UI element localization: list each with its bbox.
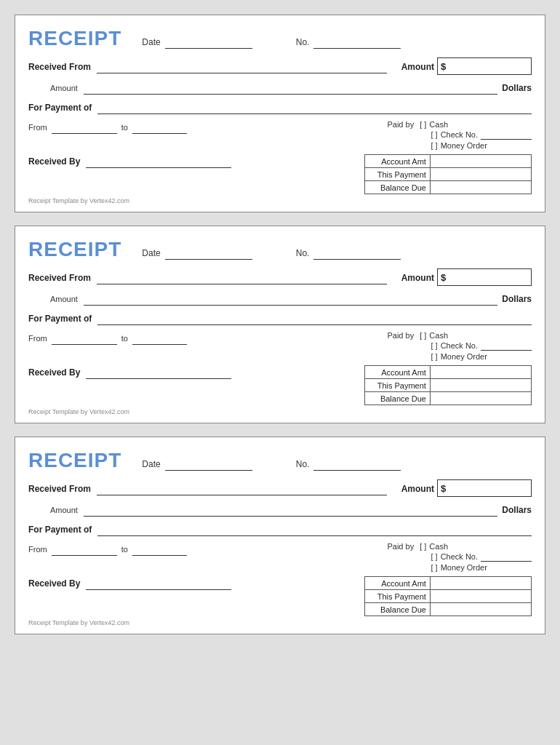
receipt-1: RECEIPT Date No. Received From Amount $ … bbox=[15, 15, 545, 212]
account-table-2: Account Amt This Payment Balance Due bbox=[364, 365, 532, 405]
balance-due-value-2 bbox=[430, 392, 531, 405]
header-row-1: RECEIPT Date No. bbox=[28, 27, 532, 50]
paid-by-label-1: Paid by bbox=[387, 120, 414, 129]
balance-due-label-1: Balance Due bbox=[365, 181, 431, 194]
received-by-section-2: Received By bbox=[28, 365, 364, 379]
this-payment-row-1: This Payment bbox=[365, 168, 532, 181]
footer-2: Receipt Template by Vertex42.com bbox=[28, 408, 532, 415]
date-label-2: Date bbox=[142, 248, 160, 258]
received-by-section-3: Received By bbox=[28, 576, 364, 590]
from-line-3 bbox=[52, 542, 117, 556]
to-label-1: to bbox=[121, 123, 128, 132]
received-from-row-2: Received From Amount $ bbox=[28, 268, 532, 286]
payment-of-row-1: For Payment of bbox=[28, 100, 532, 114]
received-from-label-2: Received From bbox=[28, 273, 91, 283]
money-order-checkbox-2: [ ] bbox=[431, 352, 437, 361]
amount-box-2: $ bbox=[437, 268, 532, 286]
date-line-2 bbox=[165, 246, 252, 260]
no-label-3: No. bbox=[296, 459, 310, 469]
received-by-line-2 bbox=[86, 365, 231, 379]
paid-by-money-row-3: [ ] Money Order bbox=[387, 563, 532, 572]
account-amt-label-1: Account Amt bbox=[365, 155, 431, 168]
dollars-label-1: Dollars bbox=[502, 83, 532, 93]
paid-by-check-row-2: [ ] Check No. bbox=[387, 341, 532, 351]
dollars-label-3: Dollars bbox=[502, 505, 532, 515]
received-from-row-3: Received From Amount $ bbox=[28, 479, 532, 497]
paid-by-cash-row-3: Paid by [ ] Cash bbox=[387, 542, 532, 551]
paid-by-label-3: Paid by bbox=[387, 542, 414, 551]
from-to-row-1: From to Paid by [ ] Cash [ ] Check No. [… bbox=[28, 120, 532, 150]
receipt-title-1: RECEIPT bbox=[28, 27, 121, 50]
bottom-row-3: Received By Account Amt This Payment Bal… bbox=[28, 576, 532, 616]
account-amt-row-1: Account Amt bbox=[365, 155, 532, 168]
received-by-line-1 bbox=[86, 154, 231, 168]
date-label-3: Date bbox=[142, 459, 160, 469]
this-payment-row-3: This Payment bbox=[365, 590, 532, 603]
amount-words-line-1 bbox=[84, 81, 497, 95]
check-no-label-2: Check No. bbox=[441, 341, 478, 350]
to-line-2 bbox=[132, 331, 187, 345]
balance-due-label-3: Balance Due bbox=[365, 603, 431, 616]
from-label-1: From bbox=[28, 123, 47, 132]
account-amt-label-2: Account Amt bbox=[365, 366, 431, 379]
account-amt-value-1 bbox=[430, 155, 531, 168]
balance-due-value-3 bbox=[430, 603, 531, 616]
received-from-line-2 bbox=[97, 271, 387, 284]
check-checkbox-2: [ ] bbox=[431, 341, 437, 350]
cash-checkbox-3: [ ] bbox=[420, 542, 426, 551]
header-row-3: RECEIPT Date No. bbox=[28, 449, 532, 472]
date-line-1 bbox=[165, 35, 252, 49]
payment-of-line-2 bbox=[97, 311, 532, 325]
to-label-3: to bbox=[121, 545, 128, 554]
cash-checkbox-1: [ ] bbox=[420, 120, 426, 129]
this-payment-label-1: This Payment bbox=[365, 168, 431, 181]
paid-by-section-3: Paid by [ ] Cash [ ] Check No. [ ] Money… bbox=[387, 542, 532, 572]
date-line-3 bbox=[165, 457, 252, 471]
amount-words-line-2 bbox=[84, 292, 497, 306]
received-from-label-1: Received From bbox=[28, 62, 91, 72]
paid-by-money-row-1: [ ] Money Order bbox=[387, 141, 532, 150]
amount-words-row-3: Amount Dollars bbox=[50, 503, 532, 517]
payment-of-label-3: For Payment of bbox=[28, 525, 92, 535]
receipt-title-2: RECEIPT bbox=[28, 238, 121, 261]
receipt-2: RECEIPT Date No. Received From Amount $ … bbox=[15, 226, 545, 423]
no-line-3 bbox=[313, 457, 401, 471]
amount-box-3: $ bbox=[437, 479, 532, 497]
account-amt-label-3: Account Amt bbox=[365, 577, 431, 590]
check-no-line-3 bbox=[481, 552, 532, 562]
from-to-row-2: From to Paid by [ ] Cash [ ] Check No. [… bbox=[28, 331, 532, 361]
check-checkbox-1: [ ] bbox=[431, 130, 437, 139]
amount-words-label-2: Amount bbox=[50, 295, 78, 303]
from-label-2: From bbox=[28, 334, 47, 343]
check-no-line-2 bbox=[481, 341, 532, 351]
payment-of-line-1 bbox=[97, 100, 532, 114]
money-order-label-2: Money Order bbox=[441, 352, 487, 361]
payment-of-label-2: For Payment of bbox=[28, 314, 92, 324]
account-amt-value-2 bbox=[430, 366, 531, 379]
balance-due-label-2: Balance Due bbox=[365, 392, 431, 405]
dollar-sign-1: $ bbox=[441, 61, 446, 72]
received-from-label-3: Received From bbox=[28, 484, 91, 494]
this-payment-value-3 bbox=[430, 590, 531, 603]
footer-1: Receipt Template by Vertex42.com bbox=[28, 197, 532, 204]
payment-of-row-2: For Payment of bbox=[28, 311, 532, 325]
to-line-3 bbox=[132, 542, 187, 556]
this-payment-label-2: This Payment bbox=[365, 379, 431, 392]
amount-words-line-3 bbox=[84, 503, 497, 517]
money-order-label-1: Money Order bbox=[441, 141, 487, 150]
received-by-label-2: Received By bbox=[28, 367, 80, 378]
account-table-3: Account Amt This Payment Balance Due bbox=[364, 576, 532, 616]
paid-by-check-row-1: [ ] Check No. bbox=[387, 130, 532, 140]
header-row-2: RECEIPT Date No. bbox=[28, 238, 532, 261]
paid-by-cash-row-2: Paid by [ ] Cash bbox=[387, 331, 532, 340]
cash-label-3: Cash bbox=[429, 542, 448, 551]
bottom-row-2: Received By Account Amt This Payment Bal… bbox=[28, 365, 532, 405]
received-from-line-3 bbox=[97, 482, 387, 495]
no-line-2 bbox=[313, 246, 401, 260]
check-no-line-1 bbox=[481, 130, 532, 140]
received-by-section-1: Received By bbox=[28, 154, 364, 168]
money-order-checkbox-3: [ ] bbox=[431, 563, 437, 572]
this-payment-row-2: This Payment bbox=[365, 379, 532, 392]
received-from-row-1: Received From Amount $ bbox=[28, 57, 532, 75]
dollar-sign-2: $ bbox=[441, 272, 446, 283]
